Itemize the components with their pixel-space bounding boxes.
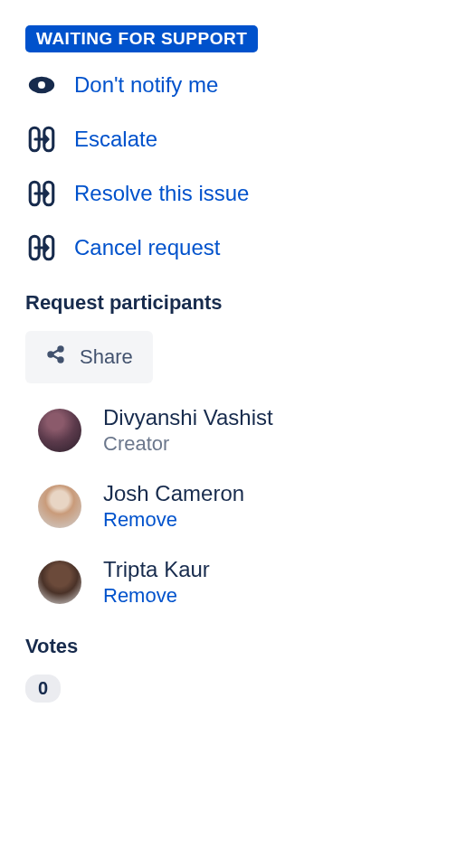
action-cancel[interactable]: Cancel request bbox=[25, 231, 431, 264]
participant-name: Josh Cameron bbox=[103, 481, 431, 506]
action-label: Don't notify me bbox=[74, 72, 218, 98]
participant-name: Tripta Kaur bbox=[103, 557, 431, 582]
action-escalate[interactable]: Escalate bbox=[25, 123, 431, 156]
participant-name: Divyanshi Vashist bbox=[103, 405, 431, 430]
svg-line-12 bbox=[52, 355, 59, 359]
participant-item: Tripta Kaur Remove bbox=[25, 557, 431, 608]
workflow-icon bbox=[25, 177, 58, 210]
action-resolve[interactable]: Resolve this issue bbox=[25, 177, 431, 210]
votes-count-badge: 0 bbox=[25, 675, 61, 703]
remove-participant-link[interactable]: Remove bbox=[103, 584, 431, 608]
share-icon bbox=[45, 344, 67, 371]
avatar bbox=[38, 561, 81, 604]
remove-participant-link[interactable]: Remove bbox=[103, 508, 431, 532]
share-button[interactable]: Share bbox=[25, 331, 153, 383]
status-badge: WAITING FOR SUPPORT bbox=[25, 25, 258, 52]
svg-point-1 bbox=[38, 81, 45, 89]
participants-title: Request participants bbox=[25, 291, 431, 315]
actions-list: Don't notify me Escalate Resolve this is… bbox=[25, 69, 431, 264]
eye-icon bbox=[25, 69, 58, 101]
action-label: Cancel request bbox=[74, 235, 220, 260]
participant-info: Josh Cameron Remove bbox=[103, 481, 431, 532]
participant-role: Creator bbox=[103, 432, 431, 456]
participants-list: Divyanshi Vashist Creator Josh Cameron R… bbox=[25, 405, 431, 608]
participant-item: Divyanshi Vashist Creator bbox=[25, 405, 431, 456]
participant-info: Tripta Kaur Remove bbox=[103, 557, 431, 608]
action-label: Resolve this issue bbox=[74, 181, 249, 206]
action-dont-notify[interactable]: Don't notify me bbox=[25, 69, 431, 101]
action-label: Escalate bbox=[74, 127, 157, 152]
workflow-icon bbox=[25, 231, 58, 264]
avatar bbox=[38, 409, 81, 452]
participant-item: Josh Cameron Remove bbox=[25, 481, 431, 532]
share-label: Share bbox=[80, 345, 133, 369]
workflow-icon bbox=[25, 123, 58, 156]
participant-info: Divyanshi Vashist Creator bbox=[103, 405, 431, 456]
svg-line-11 bbox=[52, 350, 59, 354]
avatar bbox=[38, 485, 81, 528]
votes-title: Votes bbox=[25, 635, 431, 658]
